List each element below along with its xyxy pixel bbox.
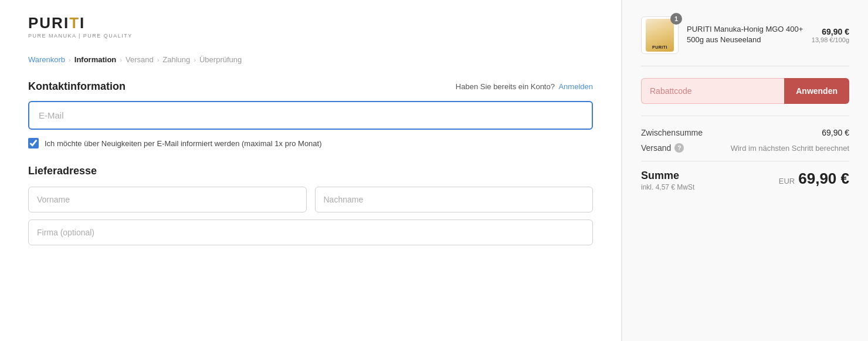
breadcrumb-versand: Versand	[126, 55, 154, 64]
product-price-per: 13,98 €/100g	[812, 36, 849, 43]
login-link[interactable]: Anmelden	[558, 82, 593, 91]
chevron-icon-2: ›	[120, 56, 122, 63]
logo: PURITI PURE MANUKA | PURE QUALITY	[28, 14, 593, 39]
newsletter-checkbox-row: Ich möchte über Neuigkeiten per E-Mail i…	[28, 138, 593, 148]
product-info: PURITI Manuka-Honig MGO 400+ 500g aus Ne…	[687, 24, 803, 46]
discount-row: Anwenden	[641, 78, 849, 116]
discount-input[interactable]	[641, 78, 784, 104]
product-name: PURITI Manuka-Honig MGO 400+ 500g aus Ne…	[687, 24, 803, 45]
address-section-title: Lieferadresse	[28, 165, 593, 177]
breadcrumb-warenkorb[interactable]: Warenkorb	[28, 55, 65, 64]
shipping-help-icon[interactable]: ?	[674, 143, 684, 153]
last-name-input[interactable]	[315, 187, 594, 212]
order-summary: PURITI 1 PURITI Manuka-Honig MGO 400+ 50…	[622, 0, 868, 341]
product-row: PURITI 1 PURITI Manuka-Honig MGO 400+ 50…	[641, 16, 849, 66]
breadcrumb-information: Information	[74, 55, 117, 64]
total-sub: inkl. 4,57 € MwSt	[641, 183, 694, 191]
chevron-icon-3: ›	[157, 56, 160, 63]
product-price: 69,90 €	[812, 27, 849, 36]
chevron-icon-1: ›	[69, 56, 71, 63]
logo-text-puri: PURI	[28, 14, 69, 32]
breadcrumb-zahlung: Zahlung	[162, 55, 190, 64]
newsletter-checkbox[interactable]	[28, 138, 39, 148]
product-quantity-badge: 1	[670, 13, 682, 25]
name-row	[28, 187, 593, 212]
subtotal-value: 69,90 €	[822, 128, 849, 137]
email-field-wrapper	[28, 101, 593, 130]
contact-section-header: Kontaktinformation Haben Sie bereits ein…	[28, 80, 593, 93]
breadcrumb-uberpruefung: Überprüfung	[199, 55, 242, 64]
total-currency: EUR	[779, 177, 795, 185]
email-input[interactable]	[28, 101, 593, 130]
subtotal-label: Zwischensumme	[641, 128, 703, 137]
first-name-input[interactable]	[28, 187, 307, 212]
summary-divider	[641, 161, 849, 161]
logo-text-gold: T	[69, 14, 80, 32]
product-thumbnail: PURITI	[646, 19, 674, 52]
company-input[interactable]	[28, 220, 593, 245]
logo-text-i: I	[80, 14, 85, 32]
login-prompt-text: Haben Sie bereits ein Konto?	[456, 82, 555, 91]
login-prompt: Haben Sie bereits ein Konto? Anmelden	[456, 82, 593, 91]
breadcrumb: Warenkorb › Information › Versand › Zahl…	[28, 55, 593, 64]
total-label-col: Summe inkl. 4,57 € MwSt	[641, 170, 694, 191]
product-price-col: 69,90 € 13,98 €/100g	[812, 27, 849, 43]
chevron-icon-4: ›	[194, 56, 196, 63]
subtotal-row: Zwischensumme 69,90 €	[641, 128, 849, 137]
shipping-label: Versand ?	[641, 143, 684, 153]
product-img-label: PURITI	[652, 45, 667, 49]
total-price-col: EUR 69,90 €	[779, 170, 849, 188]
total-row: Summe inkl. 4,57 € MwSt EUR 69,90 €	[641, 170, 849, 191]
shipping-value: Wird im nächsten Schritt berechnet	[731, 144, 849, 153]
logo-text: PURITI	[28, 14, 593, 32]
product-image-wrapper: PURITI 1	[641, 16, 679, 54]
total-amount: 69,90 €	[798, 170, 849, 188]
logo-sub: PURE MANUKA | PURE QUALITY	[28, 33, 593, 39]
contact-section-title: Kontaktinformation	[28, 80, 126, 93]
shipping-row: Versand ? Wird im nächsten Schritt berec…	[641, 143, 849, 153]
company-row	[28, 220, 593, 245]
total-label: Summe	[641, 170, 694, 182]
newsletter-label: Ich möchte über Neuigkeiten per E-Mail i…	[45, 139, 322, 148]
apply-discount-button[interactable]: Anwenden	[784, 78, 849, 104]
